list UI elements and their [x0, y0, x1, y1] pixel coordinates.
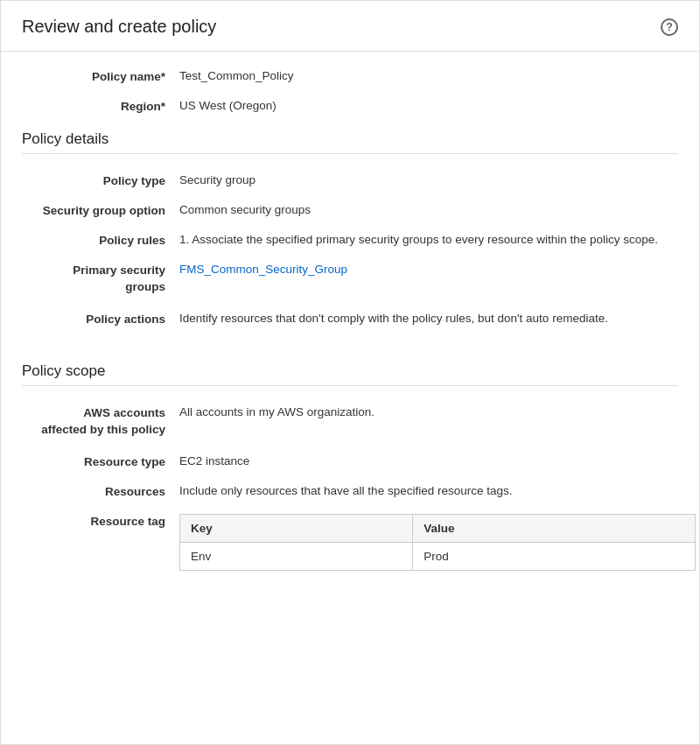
primary-security-row: Primary security groups FMS_Common_Secur… — [22, 263, 678, 296]
policy-actions-label: Policy actions — [22, 312, 179, 326]
resource-type-row: Resource type EC2 instance — [22, 454, 678, 468]
page-title: Review and create policy — [22, 17, 216, 37]
policy-type-row: Policy type Security group — [22, 173, 678, 187]
aws-accounts-label-line1: AWS accounts — [83, 406, 165, 419]
policy-details-content: Policy type Security group Security grou… — [22, 161, 678, 345]
resources-value: Include only resources that have all the… — [179, 484, 678, 497]
policy-details-title: Policy details — [22, 130, 678, 148]
policy-details-section-header: Policy details — [22, 130, 678, 154]
security-group-option-label: Security group option — [22, 203, 179, 217]
aws-accounts-label: AWS accounts affected by this policy — [22, 405, 179, 439]
help-icon[interactable]: ? — [661, 18, 678, 36]
policy-rules-row: Policy rules 1. Associate the specified … — [22, 233, 678, 247]
resource-tag-row: Resource tag Key Value Env Prod — [22, 514, 678, 571]
policy-scope-section-header: Policy scope — [22, 362, 678, 386]
policy-actions-value: Identify resources that don't comply wit… — [179, 312, 678, 325]
security-group-option-row: Security group option Common security gr… — [22, 203, 678, 217]
policy-name-row: Policy name* Test_Common_Policy — [22, 69, 678, 83]
aws-accounts-row: AWS accounts affected by this policy All… — [22, 405, 678, 439]
resource-type-label: Resource type — [22, 454, 179, 468]
resource-tag-key-header: Key — [180, 514, 413, 542]
page-container: Review and create policy ? Policy name* … — [0, 0, 700, 745]
resource-tag-label: Resource tag — [22, 514, 179, 528]
content-area: Policy name* Test_Common_Policy Region* … — [1, 52, 699, 608]
resources-row: Resources Include only resources that ha… — [22, 484, 678, 498]
resource-tag-table-container: Key Value Env Prod — [179, 514, 696, 571]
policy-type-value: Security group — [179, 173, 678, 186]
policy-scope-content: AWS accounts affected by this policy All… — [22, 393, 678, 590]
primary-security-label: Primary security groups — [22, 263, 179, 296]
table-row: Env Prod — [180, 542, 696, 570]
policy-rules-value: 1. Associate the specified primary secur… — [179, 233, 678, 246]
policy-scope-title: Policy scope — [22, 362, 678, 380]
resource-tag-value-header: Value — [413, 514, 696, 542]
policy-type-label: Policy type — [22, 173, 179, 187]
primary-security-label-line1: Primary security — [73, 264, 165, 277]
policy-rules-label: Policy rules — [22, 233, 179, 247]
resource-tag-table-header-row: Key Value — [180, 514, 696, 542]
primary-security-value[interactable]: FMS_Common_Security_Group — [179, 263, 678, 276]
policy-name-value: Test_Common_Policy — [179, 69, 678, 82]
resources-label: Resources — [22, 484, 179, 498]
policy-name-label: Policy name* — [22, 69, 179, 83]
resource-tag-table: Key Value Env Prod — [179, 514, 696, 571]
aws-accounts-value: All accounts in my AWS organization. — [179, 405, 678, 418]
aws-accounts-label-line2: affected by this policy — [41, 423, 165, 436]
resource-tag-key-cell: Env — [180, 542, 413, 570]
policy-actions-row: Policy actions Identify resources that d… — [22, 312, 678, 326]
primary-security-label-line2: groups — [125, 280, 165, 293]
region-row: Region* US West (Oregon) — [22, 99, 678, 113]
resource-tag-value-cell: Prod — [413, 542, 696, 570]
page-header: Review and create policy ? — [1, 1, 699, 52]
region-value: US West (Oregon) — [179, 99, 678, 112]
region-label: Region* — [22, 99, 179, 113]
security-group-option-value: Common security groups — [179, 203, 678, 216]
resource-type-value: EC2 instance — [179, 454, 678, 467]
